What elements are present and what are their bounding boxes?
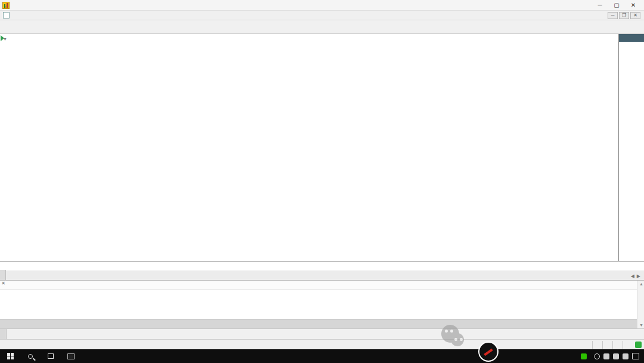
scroll-down-icon[interactable]: ▼ [639, 323, 643, 327]
network-icon[interactable] [623, 353, 628, 359]
volume-icon[interactable] [613, 353, 619, 359]
account-summary-row [0, 319, 644, 328]
current-price-axis-box [619, 34, 644, 42]
terminal-panel: ✕ ▲ ▼ [0, 281, 644, 328]
search-icon[interactable] [20, 349, 41, 363]
scroll-up-icon[interactable]: ▲ [639, 282, 643, 286]
wechat-tray-icon[interactable] [581, 353, 587, 359]
candlestick-chart[interactable] [0, 34, 618, 261]
status-datetime [592, 341, 602, 349]
system-tray [581, 353, 644, 359]
time-axis[interactable] [0, 261, 644, 270]
title-bar: ─ ▢ ✕ [0, 0, 644, 11]
status-bar [0, 339, 644, 349]
mt4-window: ─ ▢ ✕ ─ ❐ ✕ ▼ ◀ ▶ [0, 0, 644, 363]
chevron-down-icon: ▼ [3, 37, 7, 41]
status-low-price [623, 341, 633, 349]
start-button[interactable] [0, 349, 20, 363]
chart-region: ▼ [0, 34, 644, 270]
ohlc-info: ▼ [3, 36, 7, 42]
windows-taskbar [0, 349, 644, 363]
status-green-icon [635, 342, 642, 348]
tab-bar-gutter [0, 270, 6, 280]
child-restore-button[interactable]: ❐ [619, 12, 629, 19]
price-axis[interactable] [618, 34, 644, 261]
orders-table-header[interactable] [0, 281, 644, 290]
tab-scroll-left-icon[interactable]: ◀ [631, 273, 634, 279]
pinned-app-icon[interactable] [61, 349, 81, 363]
terminal-scrollbar[interactable]: ▲ ▼ [637, 281, 644, 328]
chart-tab-bar: ◀ ▶ [0, 270, 644, 281]
terminal-tab-bar [0, 328, 644, 339]
action-center-icon[interactable] [632, 353, 639, 359]
toolbar [0, 20, 644, 34]
task-view-icon[interactable] [41, 349, 61, 363]
tab-scroll-right-icon[interactable]: ▶ [637, 273, 640, 279]
status-high-price [612, 341, 623, 349]
terminal-close-icon[interactable]: ✕ [1, 281, 6, 287]
status-open-price [602, 341, 612, 349]
bell-icon[interactable] [594, 353, 600, 359]
close-button[interactable]: ✕ [625, 1, 642, 10]
input-indicator-icon[interactable] [603, 353, 609, 359]
minimize-button[interactable]: ─ [592, 1, 608, 10]
maximize-button[interactable]: ▢ [608, 1, 625, 10]
child-close-button[interactable]: ✕ [630, 12, 640, 19]
menu-bar: ─ ❐ ✕ [0, 11, 644, 20]
child-minimize-button[interactable]: ─ [608, 12, 618, 19]
app-logo-icon [2, 2, 10, 9]
chart-doc-icon [3, 12, 10, 19]
terminal-tab-gutter [0, 329, 7, 340]
